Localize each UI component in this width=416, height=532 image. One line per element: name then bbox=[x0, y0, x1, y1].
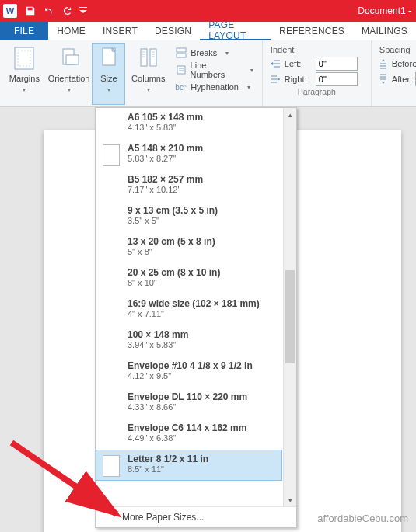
more-paper-sizes[interactable]: More Paper Sizes... bbox=[96, 506, 296, 527]
indent-left-input[interactable] bbox=[316, 57, 358, 71]
scrollbar-thumb[interactable] bbox=[285, 270, 295, 363]
group-page-setup: Margins ▾ Orientation ▾ Size ▾ Columns ▾ bbox=[0, 40, 263, 106]
breaks-label: Breaks bbox=[191, 48, 217, 57]
size-option-title: 16:9 wide size (102 × 181 mm) bbox=[128, 298, 260, 309]
tab-page-layout[interactable]: PAGE LAYOUT bbox=[200, 22, 271, 40]
indent-left-row: Left: bbox=[267, 56, 366, 71]
watermark: affordableCebu.com bbox=[317, 513, 408, 524]
svg-rect-13 bbox=[177, 48, 186, 52]
size-option-subtitle: 8.5" x 11" bbox=[128, 464, 208, 474]
size-option-title: 9 x 13 cm (3.5 x 5 in) bbox=[128, 205, 218, 216]
indent-left-icon bbox=[269, 57, 281, 70]
size-option[interactable]: 9 x 13 cm (3.5 x 5 in)3.5" x 5" bbox=[96, 201, 282, 232]
document-title: Document1 - bbox=[358, 5, 416, 16]
size-option-title: A6 105 × 148 mm bbox=[128, 112, 203, 123]
size-option-subtitle: 3.94" x 5.83" bbox=[128, 340, 188, 349]
size-option-subtitle: 3.5" x 5" bbox=[128, 216, 218, 225]
indent-right-icon bbox=[269, 73, 281, 85]
svg-rect-3 bbox=[66, 55, 79, 64]
size-option-subtitle: 4.12" x 9.5" bbox=[128, 371, 253, 381]
hyphenation-icon: bc⁻ bbox=[175, 81, 187, 93]
size-option-title: 100 × 148 mm bbox=[128, 329, 188, 340]
titlebar: W Document1 - bbox=[0, 0, 416, 22]
hyphenation-button[interactable]: bc⁻ Hyphenation ▾ bbox=[171, 79, 257, 95]
size-option[interactable]: 16:9 wide size (102 × 181 mm)4" x 7.11" bbox=[96, 294, 282, 325]
orientation-label: Orientation bbox=[48, 74, 90, 83]
margins-button[interactable]: Margins ▾ bbox=[3, 43, 46, 105]
indent-left-label: Left: bbox=[285, 59, 313, 68]
size-option-title: Letter 8 1/2 x 11 in bbox=[128, 454, 208, 464]
tab-file[interactable]: FILE bbox=[0, 22, 48, 40]
spacing-after-label: After: bbox=[392, 75, 412, 84]
size-option[interactable]: 20 x 25 cm (8 x 10 in)8" x 10" bbox=[96, 263, 282, 294]
svg-rect-15 bbox=[177, 66, 185, 74]
tab-mailings[interactable]: MAILINGS bbox=[353, 22, 416, 40]
size-option-title: Envelope C6 114 x 162 mm bbox=[128, 422, 246, 433]
scrollbar-track[interactable] bbox=[284, 121, 296, 493]
size-label: Size bbox=[100, 74, 117, 83]
size-option-title: 20 x 25 cm (8 x 10 in) bbox=[128, 267, 220, 278]
size-option-subtitle: 7.17" x 10.12" bbox=[128, 185, 203, 194]
margins-label: Margins bbox=[9, 74, 40, 83]
tab-home[interactable]: HOME bbox=[48, 22, 94, 40]
size-dropdown-menu: A6 105 × 148 mm4.13" x 5.83"A5 148 × 210… bbox=[95, 107, 297, 528]
size-option-subtitle: 5" x 8" bbox=[128, 247, 215, 256]
chevron-down-icon: ▾ bbox=[23, 86, 26, 93]
indent-header: Indent bbox=[267, 43, 366, 56]
indent-right-input[interactable] bbox=[316, 72, 358, 86]
columns-button[interactable]: Columns ▾ bbox=[127, 43, 170, 105]
save-button[interactable] bbox=[22, 2, 39, 19]
size-option-subtitle: 8" x 10" bbox=[128, 278, 220, 287]
spacing-after-icon bbox=[378, 73, 389, 85]
tab-references[interactable]: REFERENCES bbox=[271, 22, 353, 40]
size-option-title: 13 x 20 cm (5 x 8 in) bbox=[128, 236, 215, 247]
scrollbar[interactable]: ▴ ▾ bbox=[283, 108, 296, 506]
chevron-down-icon: ▾ bbox=[68, 86, 71, 93]
size-option[interactable]: A5 148 × 210 mm5.83" x 8.27" bbox=[96, 139, 282, 170]
line-numbers-label: Line Numbers bbox=[191, 61, 242, 79]
tab-insert[interactable]: INSERT bbox=[94, 22, 146, 40]
svg-rect-5 bbox=[141, 49, 147, 66]
qat-customize-button[interactable] bbox=[78, 2, 89, 19]
size-option-subtitle: 4.49" x 6.38" bbox=[128, 433, 246, 443]
chevron-down-icon: ▾ bbox=[250, 67, 253, 74]
size-option-subtitle: 4.33" x 8.66" bbox=[128, 402, 247, 412]
spacing-before-label: Before: bbox=[392, 59, 416, 68]
size-option[interactable]: A6 105 × 148 mm4.13" x 5.83" bbox=[96, 108, 282, 139]
line-numbers-button[interactable]: Line Numbers ▾ bbox=[171, 62, 257, 78]
quick-access-toolbar: W bbox=[0, 0, 89, 22]
hyphenation-label: Hyphenation bbox=[191, 82, 239, 92]
columns-label: Columns bbox=[131, 74, 165, 83]
group-indent: Indent Left: Right: Paragraph bbox=[263, 40, 372, 106]
size-option[interactable]: Envelope #10 4 1/8 x 9 1/2 in4.12" x 9.5… bbox=[96, 356, 282, 388]
size-option-title: B5 182 × 257 mm bbox=[128, 174, 203, 185]
spacing-header: Spacing bbox=[376, 43, 416, 56]
paragraph-group-label: Paragraph bbox=[267, 87, 366, 98]
undo-button[interactable] bbox=[40, 2, 58, 19]
chevron-down-icon: ▾ bbox=[147, 86, 150, 93]
size-option[interactable]: Envelope C6 114 x 162 mm4.49" x 6.38" bbox=[96, 419, 282, 450]
page-setup-small-buttons: Breaks ▾ Line Numbers ▾ bc⁻ Hyphenation … bbox=[171, 43, 257, 105]
breaks-icon bbox=[175, 47, 187, 59]
spacing-before-icon bbox=[378, 57, 389, 70]
page-thumb-icon bbox=[103, 455, 120, 477]
redo-button[interactable] bbox=[59, 2, 76, 19]
breaks-button[interactable]: Breaks ▾ bbox=[171, 45, 257, 61]
size-option[interactable]: B5 182 × 257 mm7.17" x 10.12" bbox=[96, 170, 282, 201]
tab-design[interactable]: DESIGN bbox=[146, 22, 200, 40]
chevron-down-icon: ▾ bbox=[225, 50, 229, 57]
size-option-title: Envelope #10 4 1/8 x 9 1/2 in bbox=[128, 360, 253, 371]
size-option[interactable]: 100 × 148 mm3.94" x 5.83" bbox=[96, 325, 282, 356]
size-button[interactable]: Size ▾ bbox=[92, 43, 125, 105]
line-numbers-icon bbox=[175, 64, 187, 76]
scroll-down-icon[interactable]: ▾ bbox=[284, 493, 296, 506]
app-icon: W bbox=[3, 4, 17, 18]
orientation-button[interactable]: Orientation ▾ bbox=[47, 43, 91, 105]
size-option-title: A5 148 × 210 mm bbox=[128, 143, 203, 154]
size-option-subtitle: 4.13" x 5.83" bbox=[128, 123, 203, 132]
spacing-before-row: Before: bbox=[376, 56, 416, 71]
size-option[interactable]: 13 x 20 cm (5 x 8 in)5" x 8" bbox=[96, 232, 282, 263]
size-option[interactable]: Letter 8 1/2 x 11 in8.5" x 11" bbox=[96, 450, 282, 481]
scroll-up-icon[interactable]: ▴ bbox=[284, 108, 296, 121]
size-option[interactable]: Envelope DL 110 × 220 mm4.33" x 8.66" bbox=[96, 388, 282, 419]
